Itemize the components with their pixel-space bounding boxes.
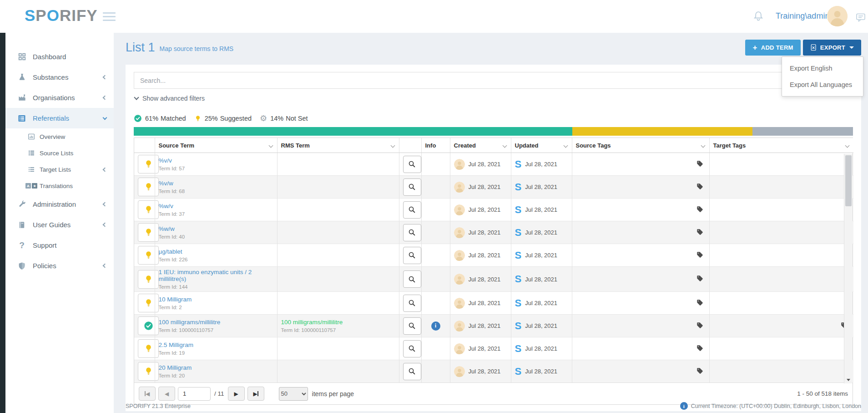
updated-date: Jul 28, 2021 xyxy=(525,300,557,306)
tag-icon[interactable] xyxy=(696,230,703,237)
sidebar-item-target-lists[interactable]: Target Lists xyxy=(5,161,114,178)
magnifier-button[interactable] xyxy=(403,295,421,312)
sidebar-item-organisations[interactable]: Organisations xyxy=(5,87,114,108)
source-term-link[interactable]: µg/tablet xyxy=(159,248,182,255)
page-subtitle: Map source terms to RMS xyxy=(160,45,234,52)
source-term-link[interactable]: 20 Milligram xyxy=(159,364,192,371)
column-header-updated[interactable]: Updated xyxy=(511,138,572,153)
source-term-link[interactable]: %v/v xyxy=(159,157,172,164)
term-id: Term Id: 68 xyxy=(159,189,273,194)
scrollbar-down-arrow-icon[interactable] xyxy=(847,379,850,381)
source-term-link[interactable]: %w/v xyxy=(159,203,173,209)
column-header-source-term[interactable]: Source Term xyxy=(155,138,277,153)
tag-icon[interactable] xyxy=(696,253,703,260)
magnifier-button[interactable] xyxy=(403,201,421,219)
logged-in-user[interactable]: Training\admin xyxy=(776,11,829,21)
info-cell xyxy=(421,244,450,267)
sidebar-item-overview[interactable]: Overview xyxy=(5,128,114,145)
terms-grid: Source Term RMS Term Info Created Update… xyxy=(134,138,853,405)
magnifier-button[interactable] xyxy=(403,178,421,196)
table-row: 10 MilligramTerm Id: 2Jul 28, 2021SJul 2… xyxy=(134,292,853,315)
tag-icon[interactable] xyxy=(696,301,703,307)
chevron-left-icon xyxy=(103,167,107,172)
sidebar-item-substances[interactable]: Substances xyxy=(5,67,114,87)
source-term-cell: 1 IEU: immuno enzymatic units / 2 millil… xyxy=(155,267,277,292)
column-menu-chevron-icon[interactable] xyxy=(563,143,568,148)
column-menu-chevron-icon[interactable] xyxy=(701,143,705,148)
sidebar-submenu-referentials: Overview Source Lists Target Lists A ★ T… xyxy=(5,128,114,194)
add-term-button[interactable]: + ADD TERM xyxy=(745,40,800,56)
column-menu-chevron-icon[interactable] xyxy=(502,143,507,148)
created-date: Jul 28, 2021 xyxy=(469,368,501,375)
factory-icon xyxy=(17,93,27,102)
search-input[interactable] xyxy=(134,72,853,89)
table-scrollbar[interactable] xyxy=(844,154,853,383)
menu-item-export-english[interactable]: Export English xyxy=(782,60,863,76)
last-page-button[interactable]: ▶ xyxy=(247,387,264,401)
hamburger-menu-icon[interactable] xyxy=(103,12,116,23)
column-header-source-tags[interactable]: Source Tags xyxy=(572,138,709,153)
status-cell xyxy=(134,153,155,176)
scrollbar-thumb[interactable] xyxy=(845,155,852,206)
sporify-s-icon: S xyxy=(515,321,522,331)
sporify-logo[interactable]: SPORIFY xyxy=(25,6,98,25)
magnifier-button[interactable] xyxy=(403,340,421,357)
column-header-target-tags[interactable]: Target Tags xyxy=(709,138,853,153)
sidebar-item-dashboard[interactable]: Dashboard xyxy=(5,46,114,67)
magnifier-button[interactable] xyxy=(403,156,421,173)
source-term-link[interactable]: 100 milligrams/millilitre xyxy=(159,319,221,326)
advanced-filters-toggle[interactable]: Show advanced filters xyxy=(134,95,238,102)
page-number-input[interactable] xyxy=(178,387,211,401)
sidebar-item-policies[interactable]: Policies xyxy=(5,255,114,276)
shield-icon xyxy=(17,262,27,270)
tag-icon[interactable] xyxy=(696,369,703,376)
tag-icon[interactable] xyxy=(696,346,703,353)
column-header-rms-term[interactable]: RMS Term xyxy=(277,138,399,153)
term-id: Term Id: 2 xyxy=(159,305,273,310)
export-button[interactable]: EXPORT xyxy=(803,40,861,56)
tag-icon[interactable] xyxy=(696,276,703,283)
sidebar-item-translations[interactable]: A ★ Translations xyxy=(5,178,114,194)
notifications-bell-icon[interactable] xyxy=(752,10,765,23)
status-cell xyxy=(134,267,155,292)
tag-icon[interactable] xyxy=(696,207,703,214)
progress-matched-segment xyxy=(134,127,572,136)
per-page-select[interactable]: 50 xyxy=(279,387,308,401)
sidebar-item-administration[interactable]: Administration xyxy=(5,194,114,214)
source-term-link[interactable]: 2.5 Milligram xyxy=(159,342,194,348)
magnifier-button[interactable] xyxy=(403,270,421,288)
plus-icon: + xyxy=(752,43,757,52)
previous-page-button[interactable]: ◀ xyxy=(158,387,175,401)
menu-item-export-all-languages[interactable]: Export All Languages xyxy=(782,76,863,93)
search-term-cell xyxy=(399,153,421,176)
source-term-link[interactable]: %w/w xyxy=(159,225,175,232)
chat-icon[interactable] xyxy=(855,12,866,23)
magnifier-button[interactable] xyxy=(403,363,421,380)
created-date: Jul 28, 2021 xyxy=(469,161,501,168)
column-menu-chevron-icon[interactable] xyxy=(845,143,850,148)
magnifier-button[interactable] xyxy=(403,247,421,264)
rms-term-link[interactable]: 100 milligrams/millilitre xyxy=(281,319,343,326)
sidebar-item-user-guides[interactable]: User Guides xyxy=(5,214,114,235)
user-avatar[interactable] xyxy=(827,6,848,26)
term-id: Term Id: 19 xyxy=(159,350,273,356)
column-menu-chevron-icon[interactable] xyxy=(390,143,395,148)
sidebar-item-source-lists[interactable]: Source Lists xyxy=(5,145,114,161)
magnifier-button[interactable] xyxy=(403,317,421,335)
magnifier-button[interactable] xyxy=(403,224,421,241)
next-page-button[interactable]: ▶ xyxy=(228,387,245,401)
column-menu-chevron-icon[interactable] xyxy=(268,143,273,148)
first-page-button[interactable]: ◀ xyxy=(139,387,156,401)
source-term-link[interactable]: 10 Milligram xyxy=(159,296,192,303)
sidebar-item-referentials[interactable]: Referentials xyxy=(5,108,114,128)
chevron-left-icon xyxy=(103,75,107,80)
info-icon[interactable]: i xyxy=(431,321,440,331)
source-term-link[interactable]: 1 IEU: immuno enzymatic units / 2 millil… xyxy=(159,269,252,282)
sidebar-item-support[interactable]: ? Support xyxy=(5,235,114,255)
tag-icon[interactable] xyxy=(696,184,703,191)
created-date: Jul 28, 2021 xyxy=(469,184,501,190)
source-term-link[interactable]: %v/w xyxy=(159,180,173,187)
tag-icon[interactable] xyxy=(696,323,703,330)
column-header-created[interactable]: Created xyxy=(450,138,511,153)
tag-icon[interactable] xyxy=(696,162,703,168)
